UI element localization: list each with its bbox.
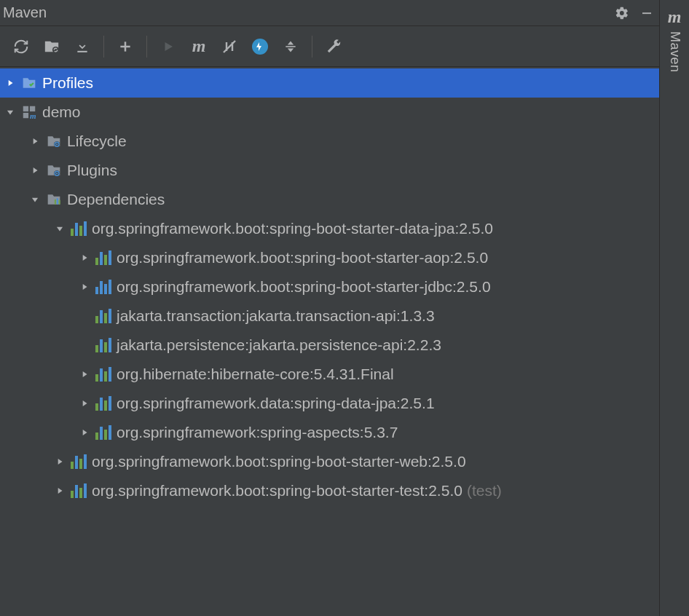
folder-profiles-icon (20, 74, 38, 92)
tree-label: demo (42, 103, 81, 121)
svg-line-5 (224, 41, 235, 52)
tree-node-dependency[interactable]: org.springframework.boot:spring-boot-sta… (0, 447, 659, 476)
library-icon (95, 366, 112, 383)
tree-node-dependency[interactable]: jakarta.transaction:jakarta.transaction-… (0, 301, 659, 331)
svg-text:m: m (30, 111, 36, 120)
maven-tool-window: Maven m (0, 0, 660, 616)
tree-node-dependency[interactable]: org.springframework.boot:spring-boot-sta… (0, 272, 659, 301)
library-icon (70, 453, 87, 470)
wrench-icon[interactable] (318, 32, 349, 61)
add-icon[interactable] (110, 32, 141, 61)
panel-header: Maven (0, 0, 659, 26)
chevron-right-icon[interactable] (77, 425, 92, 440)
chevron-right-icon[interactable] (77, 250, 92, 265)
tree-node-dependency[interactable]: org.springframework.boot:spring-boot-sta… (0, 243, 659, 272)
tree-label: org.springframework.boot:spring-boot-sta… (92, 453, 466, 470)
header-actions (614, 5, 655, 21)
tree-label: Lifecycle (67, 133, 127, 150)
library-icon (95, 395, 112, 412)
library-icon (95, 336, 112, 354)
folder-library-icon (45, 191, 63, 208)
download-icon[interactable] (67, 32, 98, 61)
svg-rect-2 (77, 50, 87, 52)
collapse-all-icon[interactable] (275, 32, 306, 61)
right-tool-strip: m Maven (660, 0, 689, 616)
svg-rect-4 (120, 45, 130, 47)
svg-point-13 (56, 143, 58, 145)
tree-node-plugins[interactable]: Plugins (0, 156, 659, 185)
offline-mode-icon[interactable] (214, 32, 245, 61)
chevron-right-icon[interactable] (77, 367, 92, 382)
library-icon (95, 307, 112, 325)
chevron-down-icon[interactable] (52, 221, 67, 236)
tree-label: org.springframework.boot:spring-boot-sta… (92, 220, 493, 237)
tree-label: org.springframework.data:spring-data-jpa… (117, 395, 435, 412)
library-icon (95, 424, 112, 441)
tree-node-project[interactable]: m demo (0, 98, 659, 127)
toolbar-separator (146, 36, 147, 58)
folder-gear-icon (45, 133, 63, 150)
folder-gear-icon (45, 162, 63, 179)
tree-label: Dependencies (67, 191, 165, 208)
folder-refresh-icon[interactable] (36, 32, 67, 61)
toolbar-separator (103, 36, 104, 58)
svg-point-1 (52, 47, 59, 53)
panel-title: Maven (3, 4, 47, 21)
library-icon (70, 220, 87, 237)
tree-node-dependency[interactable]: org.hibernate:hibernate-core:5.4.31.Fina… (0, 360, 659, 389)
skip-tests-icon[interactable] (245, 32, 275, 61)
tree-node-dependency[interactable]: org.springframework.boot:spring-boot-sta… (0, 476, 659, 505)
maven-module-icon: m (20, 103, 38, 121)
run-icon (153, 32, 184, 61)
tree-label: org.hibernate:hibernate-core:5.4.31.Fina… (117, 366, 394, 383)
chevron-right-icon[interactable] (28, 134, 42, 149)
library-icon (95, 278, 112, 296)
minimize-icon[interactable] (639, 5, 655, 21)
svg-rect-8 (30, 106, 35, 111)
tree-node-dependency[interactable]: org.springframework.boot:spring-boot-sta… (0, 214, 659, 243)
svg-rect-18 (57, 198, 58, 204)
tree-node-dependency[interactable]: jakarta.persistence:jakarta.persistence-… (0, 331, 659, 360)
toolbar-separator (312, 36, 312, 58)
tree-label: Plugins (67, 162, 117, 179)
tree-node-lifecycle[interactable]: Lifecycle (0, 127, 659, 156)
chevron-right-icon[interactable] (28, 163, 42, 178)
chevron-right-icon[interactable] (77, 396, 92, 411)
reload-icon[interactable] (6, 32, 36, 61)
tree-label: jakarta.persistence:jakarta.persistence-… (117, 336, 441, 354)
dependency-scope: (test) (467, 482, 502, 499)
svg-point-16 (56, 173, 58, 174)
tree-label: jakarta.transaction:jakarta.transaction-… (117, 307, 435, 325)
tree-node-dependencies[interactable]: Dependencies (0, 185, 659, 214)
tree-label: Profiles (42, 74, 93, 92)
tree-label: org.springframework:spring-aspects:5.3.7 (117, 424, 398, 441)
svg-rect-9 (23, 113, 28, 118)
gear-icon[interactable] (614, 5, 630, 21)
svg-rect-0 (642, 12, 651, 14)
chevron-right-icon[interactable] (52, 483, 67, 498)
tree-label: org.springframework.boot:spring-boot-sta… (117, 249, 488, 266)
tree-node-dependency[interactable]: org.springframework:spring-aspects:5.3.7 (0, 418, 659, 447)
library-icon (70, 482, 87, 499)
maven-tree[interactable]: Profiles m demo Lifecycle (0, 67, 659, 616)
maven-m-icon: m (668, 7, 682, 27)
chevron-right-icon[interactable] (3, 76, 17, 90)
svg-rect-7 (23, 106, 28, 111)
chevron-right-icon[interactable] (77, 280, 92, 294)
library-icon (95, 249, 112, 266)
svg-rect-17 (55, 200, 56, 205)
maven-tab-button[interactable]: m Maven (667, 0, 682, 73)
tree-node-profiles[interactable]: Profiles (0, 68, 659, 98)
tree-label: org.springframework.boot:spring-boot-sta… (92, 482, 462, 499)
chevron-right-icon[interactable] (52, 454, 67, 469)
side-tab-label: Maven (667, 31, 682, 73)
tree-node-dependency[interactable]: org.springframework.data:spring-data-jpa… (0, 389, 659, 418)
svg-rect-19 (59, 200, 60, 205)
chevron-down-icon[interactable] (3, 105, 17, 119)
tree-label: org.springframework.boot:spring-boot-sta… (117, 278, 491, 296)
maven-toolbar: m (0, 26, 659, 67)
chevron-down-icon[interactable] (28, 192, 42, 207)
execute-goal-icon[interactable]: m (184, 32, 214, 61)
